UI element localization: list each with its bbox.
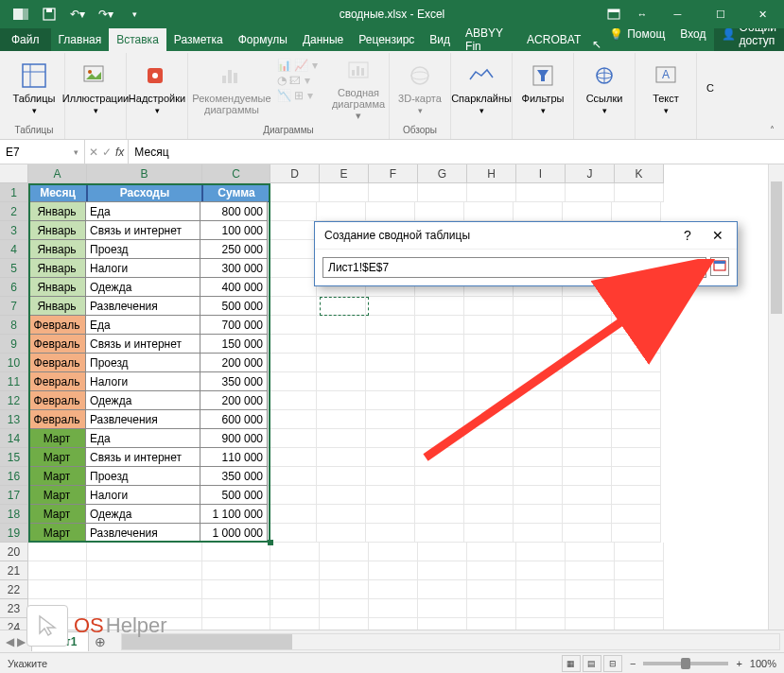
cell[interactable] (612, 335, 661, 354)
cell[interactable] (202, 580, 270, 599)
cell[interactable] (615, 543, 664, 561)
cell[interactable] (514, 505, 563, 524)
cell[interactable] (612, 391, 661, 410)
cell[interactable]: Еда (85, 428, 200, 448)
cell[interactable] (464, 391, 514, 410)
cell[interactable]: Проезд (85, 466, 200, 486)
cell[interactable]: Январь (27, 296, 86, 316)
cell[interactable]: Развлечения (85, 296, 200, 316)
row-header-17[interactable]: 17 (0, 486, 28, 505)
cell[interactable] (320, 580, 369, 599)
cell[interactable]: Налоги (85, 258, 200, 278)
cell[interactable] (320, 561, 369, 580)
cell[interactable]: 300 000 (200, 258, 268, 278)
cell[interactable]: 800 000 (200, 201, 268, 221)
touch-mode[interactable]: ↔ (628, 0, 656, 28)
cell[interactable] (566, 561, 615, 580)
cell[interactable]: 500 000 (200, 485, 268, 505)
cell[interactable] (418, 561, 467, 580)
cell[interactable] (268, 448, 317, 467)
cell[interactable] (270, 561, 320, 580)
addins-button[interactable]: Надстройки▾ (131, 55, 183, 121)
cell[interactable]: Проезд (85, 353, 200, 372)
row-header-14[interactable]: 14 (0, 429, 28, 448)
cell[interactable] (514, 467, 563, 486)
cell[interactable] (612, 202, 661, 221)
cell[interactable] (268, 221, 317, 240)
cell[interactable] (516, 543, 566, 561)
cell[interactable] (467, 543, 516, 561)
cell[interactable] (563, 354, 612, 372)
cell[interactable] (87, 561, 202, 580)
tab-home[interactable]: Главная (51, 28, 110, 51)
ribbon-display-options[interactable] (600, 0, 628, 28)
cell[interactable] (566, 599, 615, 618)
close-button[interactable]: ✕ (741, 0, 784, 28)
row-header-15[interactable]: 15 (0, 448, 28, 467)
sparklines-button[interactable]: Спарклайны▾ (455, 55, 508, 121)
cell[interactable]: 200 000 (200, 390, 268, 410)
cell[interactable] (563, 391, 612, 410)
cell[interactable] (369, 561, 418, 580)
cell[interactable] (563, 202, 612, 221)
cell[interactable]: 350 000 (200, 371, 268, 391)
cell[interactable] (270, 599, 320, 618)
select-all-corner[interactable] (0, 164, 28, 183)
col-header-C[interactable]: C (202, 164, 270, 183)
cell[interactable] (317, 202, 366, 221)
cell[interactable] (268, 278, 317, 297)
cell[interactable] (369, 580, 418, 599)
cell[interactable] (464, 448, 514, 467)
cell[interactable] (415, 354, 464, 372)
zoom-out[interactable]: − (630, 658, 636, 669)
cell[interactable] (369, 599, 418, 618)
expand-range-button[interactable] (710, 257, 729, 276)
cell[interactable] (268, 429, 317, 448)
cell[interactable] (563, 486, 612, 505)
cell[interactable] (612, 524, 661, 543)
cell[interactable] (268, 202, 317, 221)
cell[interactable]: Одежда (85, 504, 200, 524)
cell[interactable] (514, 486, 563, 505)
cell[interactable]: Февраль (27, 390, 86, 410)
col-header-E[interactable]: E (320, 164, 369, 183)
cell[interactable] (612, 354, 661, 372)
qat-undo[interactable]: ↶▾ (64, 2, 91, 26)
dialog-help[interactable]: ? (678, 228, 697, 243)
cell[interactable]: Март (27, 428, 86, 448)
cell[interactable] (415, 467, 464, 486)
cell[interactable] (317, 467, 366, 486)
cell[interactable] (28, 543, 87, 561)
cell[interactable]: Март (27, 485, 86, 505)
cell[interactable]: Одежда (85, 277, 200, 297)
cell[interactable] (612, 372, 661, 391)
cell[interactable]: Связь и интернет (85, 334, 200, 354)
cell[interactable] (612, 448, 661, 467)
col-header-G[interactable]: G (418, 164, 467, 183)
qat-redo[interactable]: ↷▾ (93, 2, 119, 26)
cell[interactable] (268, 354, 317, 372)
worksheet-area[interactable]: ABCDEFGHIJK 1234567891011121314151617181… (0, 164, 784, 630)
cell[interactable] (563, 429, 612, 448)
cell[interactable] (366, 505, 415, 524)
cell[interactable]: Январь (27, 220, 86, 240)
cell[interactable] (418, 183, 467, 202)
cell[interactable] (516, 183, 566, 202)
cell[interactable]: Март (27, 504, 86, 524)
tab-formulas[interactable]: Формулы (231, 28, 295, 51)
cell[interactable]: Развлечения (85, 409, 200, 429)
col-header-H[interactable]: H (467, 164, 516, 183)
cell[interactable] (317, 372, 366, 391)
cell[interactable] (516, 580, 566, 599)
cell[interactable] (514, 391, 563, 410)
cell[interactable]: Март (27, 523, 86, 543)
cell[interactable] (268, 335, 317, 354)
cell[interactable] (615, 599, 664, 618)
cell[interactable] (612, 410, 661, 429)
cell[interactable] (366, 429, 415, 448)
cell[interactable] (369, 618, 418, 630)
cell[interactable]: Март (27, 466, 86, 486)
cell[interactable] (563, 372, 612, 391)
cell[interactable] (612, 316, 661, 335)
name-box[interactable]: E7▾ (0, 140, 85, 164)
